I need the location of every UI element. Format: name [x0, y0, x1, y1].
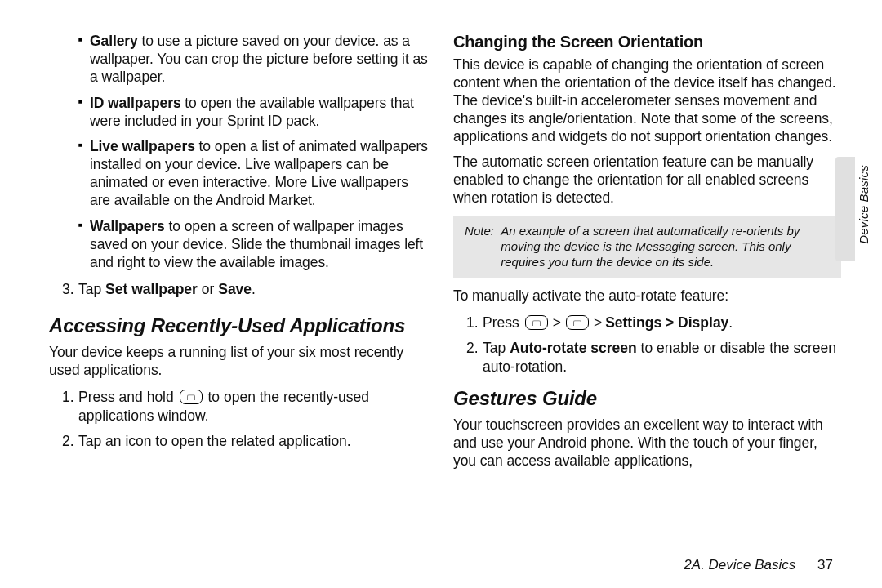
recent-apps-intro: Your device keeps a running list of your…	[49, 344, 429, 380]
option-label: ID wallpapers	[90, 95, 181, 111]
list-item: Wallpapers to open a screen of wallpaper…	[49, 218, 429, 272]
list-item: Live wallpapers to open a list of animat…	[49, 138, 429, 210]
footer-section: 2A. Device Basics	[684, 557, 795, 572]
step-bold-2: Save	[218, 281, 252, 297]
two-column-layout: Gallery to use a picture saved on your d…	[49, 33, 841, 479]
gestures-intro: Your touchscreen provides an excellent w…	[453, 416, 841, 470]
step-2: 2. Tap an icon to open the related appli…	[49, 432, 429, 451]
nav-path: Settings > Display	[605, 314, 728, 331]
list-item: ID wallpapers to open the available wall…	[49, 95, 429, 131]
home-key-icon	[180, 390, 203, 404]
option-desc: to use a picture saved on your device. a…	[90, 33, 428, 85]
chevron-right-icon: >	[590, 314, 605, 331]
page-number: 37	[800, 557, 833, 572]
note-label: Note:	[465, 224, 497, 239]
menu-key-icon	[566, 315, 589, 330]
option-label: Wallpapers	[90, 218, 165, 234]
note-box: Note: An example of a screen that automa…	[453, 216, 841, 278]
orientation-p2: The automatic screen orientation feature…	[453, 154, 841, 207]
step-bold: Auto-rotate screen	[510, 340, 637, 356]
step-text: Tap an icon to open the related applicat…	[78, 433, 351, 449]
option-label: Gallery	[90, 33, 138, 49]
heading-gestures: Gestures Guide	[453, 387, 841, 410]
option-label: Live wallpapers	[90, 138, 195, 154]
wallpaper-options-list: Gallery to use a picture saved on your d…	[49, 33, 429, 272]
note-body: An example of a screen that automaticall…	[501, 224, 825, 270]
chevron-right-icon: >	[550, 314, 564, 331]
orientation-p1: This device is capable of changing the o…	[453, 56, 841, 145]
step-text-post: .	[728, 314, 733, 331]
page: Gallery to use a picture saved on your d…	[0, 0, 882, 588]
orientation-step-1: 1. Press >>Settings > Display.	[453, 314, 841, 332]
step-number: 1.	[466, 314, 479, 332]
left-column: Gallery to use a picture saved on your d…	[49, 33, 429, 479]
home-key-icon	[525, 315, 548, 330]
heading-orientation: Changing the Screen Orientation	[453, 33, 841, 51]
step-text-pre: Press	[483, 314, 523, 331]
step-text-pre: Tap	[483, 340, 510, 356]
thumb-tab-label: Device Basics	[857, 165, 871, 244]
step-3: 3. Tap Set wallpaper or Save.	[49, 280, 429, 299]
step-number: 2.	[62, 432, 74, 451]
step-text-post: .	[252, 281, 256, 297]
step-number: 2.	[466, 339, 479, 358]
orientation-step-2: 2. Tap Auto-rotate screen to enable or d…	[453, 339, 841, 376]
list-item: Gallery to use a picture saved on your d…	[49, 33, 429, 87]
step-text-mid: or	[198, 281, 218, 297]
thumb-tab	[835, 157, 855, 261]
step-text-pre: Press and hold	[78, 389, 178, 405]
step-text-pre: Tap	[78, 281, 105, 297]
step-number: 3.	[62, 280, 74, 299]
manual-activate-intro: To manually activate the auto-rotate fea…	[453, 287, 841, 305]
step-1: 1. Press and hold to open the recently-u…	[49, 388, 429, 425]
right-column: Changing the Screen Orientation This dev…	[453, 33, 841, 479]
step-bold-1: Set wallpaper	[105, 281, 198, 297]
heading-recent-apps: Accessing Recently-Used Applications	[49, 314, 429, 337]
page-footer: 2A. Device Basics 37	[684, 557, 833, 573]
step-number: 1.	[62, 388, 74, 407]
